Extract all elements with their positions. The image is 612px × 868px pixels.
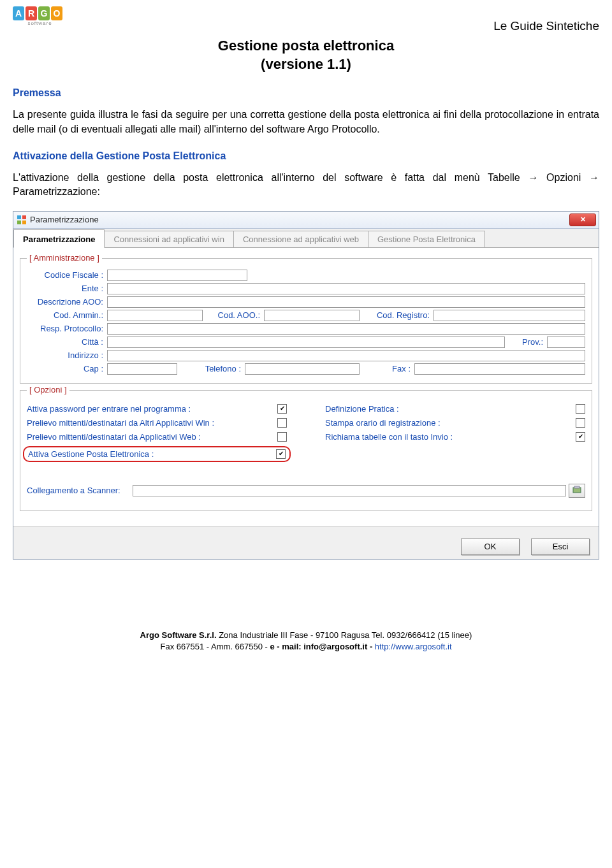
logo-letter: G [38, 6, 50, 20]
section-premessa-heading: Premessa [13, 87, 599, 99]
svg-rect-0 [17, 215, 21, 219]
app-icon [17, 215, 26, 224]
input-cod-aoo[interactable] [264, 310, 360, 321]
input-cod-registro[interactable] [433, 310, 585, 321]
section-attivazione-body: L'attivazione della gestione della posta… [13, 171, 599, 199]
window-titlebar: Parametrizzazione ✕ [13, 212, 599, 229]
input-codice-fiscale[interactable] [107, 270, 247, 281]
input-scanner[interactable] [133, 485, 566, 496]
doc-title: Gestione posta elettronica (versione 1.1… [13, 37, 599, 73]
label-codice-fiscale: Codice Fiscale : [27, 270, 107, 280]
input-prov[interactable] [547, 336, 585, 348]
input-resp-protocollo[interactable] [107, 323, 585, 335]
label-scanner: Collegamento a Scanner: [27, 486, 133, 495]
label-prov: Prov.: [505, 337, 547, 347]
label-ente: Ente : [27, 284, 107, 293]
label-indirizzo: Indirizzo : [27, 351, 107, 360]
checkbox-definizione-pratica[interactable] [576, 404, 585, 414]
section-premessa-body: La presente guida illustra le fasi da se… [13, 108, 599, 136]
header-subtitle: Le Guide Sintetiche [493, 19, 599, 33]
label-descrizione-aoo: Descrizione AOO: [27, 297, 107, 307]
label-citta: Città : [27, 337, 107, 347]
input-fax[interactable] [414, 363, 585, 375]
label-cod-aoo: Cod. AOO.: [203, 310, 264, 320]
input-telefono[interactable] [245, 363, 360, 375]
checkbox-richiama-tabelle[interactable]: ✔ [576, 432, 585, 442]
label-cod-registro: Cod. Registro: [360, 310, 433, 320]
opt-label: Prelievo mittenti/destinatari da Applica… [27, 432, 201, 442]
logo-subtext: software [13, 20, 67, 26]
opt-label: Attiva password per entrare nel programm… [27, 404, 191, 414]
tab-bar: Parametrizzazione Connessioni ad applica… [13, 229, 599, 248]
label-resp-protocollo: Resp. Protocollo: [27, 324, 107, 333]
group-opzioni-title: [ Opzioni ] [27, 385, 69, 394]
svg-rect-2 [17, 221, 21, 224]
input-citta[interactable] [107, 336, 505, 348]
tab-parametrizzazione[interactable]: Parametrizzazione [13, 229, 105, 248]
label-fax: Fax : [360, 364, 414, 373]
close-button[interactable]: ✕ [569, 213, 596, 226]
opt-label: Definizione Pratica : [325, 404, 399, 414]
opt-label: Stampa orario di registrazione : [325, 418, 441, 428]
argo-logo: A R G O software [13, 6, 67, 32]
svg-rect-1 [22, 215, 26, 219]
input-descrizione-aoo[interactable] [107, 296, 585, 308]
section-attivazione-heading: Attivazione della Gestione Posta Elettro… [13, 150, 599, 162]
label-cap: Cap : [27, 364, 107, 373]
ok-button[interactable]: OK [461, 539, 520, 555]
opt-label: Attiva Gestione Posta Elettronica : [28, 449, 154, 459]
input-cod-ammin[interactable] [107, 310, 203, 321]
input-indirizzo[interactable] [107, 350, 585, 361]
scanner-icon [572, 486, 581, 495]
page-footer: Argo Software S.r.l. Zona Industriale II… [13, 630, 599, 659]
group-opzioni: [ Opzioni ] Attiva password per entrare … [20, 390, 592, 511]
logo-letter: R [26, 6, 37, 20]
scanner-browse-button[interactable] [569, 484, 585, 498]
checkbox-stampa-orario[interactable] [576, 418, 585, 428]
opt-label: Richiama tabelle con il tasto Invio : [325, 432, 453, 442]
svg-rect-5 [574, 486, 579, 488]
label-telefono: Telefono : [177, 364, 245, 373]
checkbox-prelievo-win[interactable] [277, 418, 287, 428]
highlighted-option: Attiva Gestione Posta Elettronica : ✔ [23, 446, 291, 462]
input-cap[interactable] [107, 363, 177, 375]
input-ente[interactable] [107, 283, 585, 294]
window-title: Parametrizzazione [30, 215, 99, 224]
tab-gestione-posta[interactable]: Gestione Posta Elettronica [368, 231, 485, 247]
checkbox-attiva-password[interactable]: ✔ [277, 404, 287, 414]
label-cod-ammin: Cod. Ammin.: [27, 310, 107, 320]
tab-connessione-web[interactable]: Connessione ad applicativi web [233, 231, 368, 247]
group-amministrazione: [ Amministrazione ] Codice Fiscale : Ent… [20, 258, 592, 384]
checkbox-prelievo-web[interactable] [277, 432, 287, 442]
esci-button[interactable]: Esci [531, 539, 590, 555]
opt-label: Prelievo mittenti/destinatari da Altri A… [27, 418, 214, 428]
tab-connessioni-win[interactable]: Connessioni ad applicativi win [104, 231, 233, 247]
group-amministrazione-title: [ Amministrazione ] [27, 253, 102, 263]
checkbox-attiva-gestione-posta[interactable]: ✔ [276, 449, 286, 459]
svg-rect-3 [22, 221, 26, 224]
logo-letter: A [13, 6, 24, 20]
parametrizzazione-window: Parametrizzazione ✕ Parametrizzazione Co… [13, 211, 599, 560]
logo-letter: O [51, 6, 62, 20]
